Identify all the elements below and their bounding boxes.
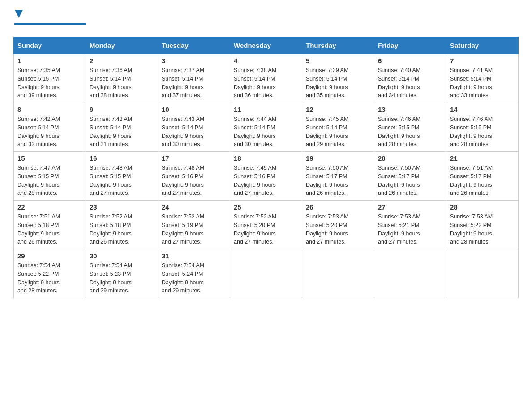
day-info: Sunrise: 7:47 AM Sunset: 5:15 PM Dayligh… (17, 164, 82, 197)
calendar-cell: 15 Sunrise: 7:47 AM Sunset: 5:15 PM Dayl… (14, 152, 86, 201)
calendar-cell: 17 Sunrise: 7:48 AM Sunset: 5:16 PM Dayl… (158, 152, 230, 201)
day-info: Sunrise: 7:54 AM Sunset: 5:22 PM Dayligh… (17, 261, 82, 295)
day-info: Sunrise: 7:43 AM Sunset: 5:14 PM Dayligh… (90, 115, 154, 149)
day-number: 12 (306, 106, 370, 113)
day-info: Sunrise: 7:37 AM Sunset: 5:14 PM Dayligh… (162, 66, 226, 100)
day-number: 29 (17, 252, 82, 260)
header-sunday: Sunday (14, 37, 86, 54)
calendar-cell: 31 Sunrise: 7:54 AM Sunset: 5:24 PM Dayl… (158, 249, 230, 298)
day-number: 10 (162, 106, 226, 113)
calendar-cell: 19 Sunrise: 7:50 AM Sunset: 5:17 PM Dayl… (302, 152, 374, 201)
logo-blue-part (13, 9, 23, 20)
calendar-cell (302, 249, 374, 298)
logo-underline (14, 23, 86, 26)
day-number: 2 (90, 57, 154, 64)
day-number: 4 (234, 57, 298, 64)
calendar-cell: 22 Sunrise: 7:51 AM Sunset: 5:18 PM Dayl… (14, 201, 86, 249)
day-info: Sunrise: 7:38 AM Sunset: 5:14 PM Dayligh… (234, 66, 298, 100)
calendar-cell (446, 249, 519, 298)
calendar-cell: 26 Sunrise: 7:53 AM Sunset: 5:20 PM Dayl… (302, 201, 374, 249)
page-header (13, 9, 519, 28)
calendar-cell: 29 Sunrise: 7:54 AM Sunset: 5:22 PM Dayl… (14, 249, 86, 298)
calendar-cell: 11 Sunrise: 7:44 AM Sunset: 5:14 PM Dayl… (230, 103, 302, 152)
week-row-4: 22 Sunrise: 7:51 AM Sunset: 5:18 PM Dayl… (14, 201, 519, 249)
calendar-cell: 5 Sunrise: 7:39 AM Sunset: 5:14 PM Dayli… (302, 54, 374, 103)
calendar-cell: 14 Sunrise: 7:46 AM Sunset: 5:15 PM Dayl… (446, 103, 519, 152)
day-number: 21 (450, 154, 515, 162)
header-saturday: Saturday (446, 37, 519, 54)
day-number: 15 (17, 154, 82, 162)
calendar-cell: 20 Sunrise: 7:50 AM Sunset: 5:17 PM Dayl… (374, 152, 446, 201)
calendar-cell: 30 Sunrise: 7:54 AM Sunset: 5:23 PM Dayl… (86, 249, 158, 298)
calendar-cell: 4 Sunrise: 7:38 AM Sunset: 5:14 PM Dayli… (230, 54, 302, 103)
day-number: 25 (234, 203, 298, 211)
day-info: Sunrise: 7:44 AM Sunset: 5:14 PM Dayligh… (234, 115, 298, 149)
day-info: Sunrise: 7:53 AM Sunset: 5:21 PM Dayligh… (378, 213, 442, 246)
header-friday: Friday (374, 37, 446, 54)
day-number: 28 (450, 203, 515, 211)
week-row-3: 15 Sunrise: 7:47 AM Sunset: 5:15 PM Dayl… (14, 152, 519, 201)
calendar-cell (230, 249, 302, 298)
calendar-cell: 21 Sunrise: 7:51 AM Sunset: 5:17 PM Dayl… (446, 152, 519, 201)
calendar-table: Sunday Monday Tuesday Wednesday Thursday… (13, 37, 519, 298)
day-number: 19 (306, 154, 370, 162)
day-number: 20 (378, 154, 442, 162)
calendar-cell: 7 Sunrise: 7:41 AM Sunset: 5:14 PM Dayli… (446, 54, 519, 103)
calendar-cell: 3 Sunrise: 7:37 AM Sunset: 5:14 PM Dayli… (158, 54, 230, 103)
day-info: Sunrise: 7:50 AM Sunset: 5:17 PM Dayligh… (306, 164, 370, 197)
header-wednesday: Wednesday (230, 37, 302, 54)
day-number: 8 (17, 106, 82, 113)
day-number: 14 (450, 106, 515, 113)
day-number: 11 (234, 106, 298, 113)
day-number: 30 (90, 252, 154, 260)
day-info: Sunrise: 7:48 AM Sunset: 5:16 PM Dayligh… (162, 164, 226, 197)
header-row: Sunday Monday Tuesday Wednesday Thursday… (14, 37, 519, 54)
day-number: 13 (378, 106, 442, 113)
week-row-5: 29 Sunrise: 7:54 AM Sunset: 5:22 PM Dayl… (14, 249, 519, 298)
day-number: 5 (306, 57, 370, 64)
header-tuesday: Tuesday (158, 37, 230, 54)
day-info: Sunrise: 7:35 AM Sunset: 5:15 PM Dayligh… (17, 66, 82, 100)
day-info: Sunrise: 7:53 AM Sunset: 5:22 PM Dayligh… (450, 213, 515, 246)
calendar-cell: 18 Sunrise: 7:49 AM Sunset: 5:16 PM Dayl… (230, 152, 302, 201)
day-number: 26 (306, 203, 370, 211)
day-info: Sunrise: 7:49 AM Sunset: 5:16 PM Dayligh… (234, 164, 298, 197)
day-number: 31 (162, 252, 226, 260)
day-info: Sunrise: 7:39 AM Sunset: 5:14 PM Dayligh… (306, 66, 370, 100)
week-row-2: 8 Sunrise: 7:42 AM Sunset: 5:14 PM Dayli… (14, 103, 519, 152)
day-number: 27 (378, 203, 442, 211)
day-info: Sunrise: 7:54 AM Sunset: 5:24 PM Dayligh… (162, 261, 226, 295)
calendar-cell: 8 Sunrise: 7:42 AM Sunset: 5:14 PM Dayli… (14, 103, 86, 152)
week-row-1: 1 Sunrise: 7:35 AM Sunset: 5:15 PM Dayli… (14, 54, 519, 103)
calendar-cell: 1 Sunrise: 7:35 AM Sunset: 5:15 PM Dayli… (14, 54, 86, 103)
calendar-cell: 10 Sunrise: 7:43 AM Sunset: 5:14 PM Dayl… (158, 103, 230, 152)
day-info: Sunrise: 7:53 AM Sunset: 5:20 PM Dayligh… (306, 213, 370, 246)
calendar-cell: 25 Sunrise: 7:52 AM Sunset: 5:20 PM Dayl… (230, 201, 302, 249)
day-number: 6 (378, 57, 442, 64)
day-number: 9 (90, 106, 154, 113)
day-number: 23 (90, 203, 154, 211)
day-info: Sunrise: 7:52 AM Sunset: 5:19 PM Dayligh… (162, 213, 226, 246)
day-number: 22 (17, 203, 82, 211)
day-number: 1 (17, 57, 82, 64)
svg-rect-1 (14, 23, 86, 25)
logo-triangle-icon (15, 10, 23, 18)
calendar-cell: 12 Sunrise: 7:45 AM Sunset: 5:14 PM Dayl… (302, 103, 374, 152)
day-number: 17 (162, 154, 226, 162)
day-info: Sunrise: 7:43 AM Sunset: 5:14 PM Dayligh… (162, 115, 226, 149)
day-info: Sunrise: 7:45 AM Sunset: 5:14 PM Dayligh… (306, 115, 370, 149)
day-number: 7 (450, 57, 515, 64)
day-info: Sunrise: 7:41 AM Sunset: 5:14 PM Dayligh… (450, 66, 515, 100)
day-info: Sunrise: 7:52 AM Sunset: 5:18 PM Dayligh… (90, 213, 154, 246)
day-info: Sunrise: 7:51 AM Sunset: 5:18 PM Dayligh… (17, 213, 82, 246)
header-thursday: Thursday (302, 37, 374, 54)
day-number: 3 (162, 57, 226, 64)
day-number: 16 (90, 154, 154, 162)
day-info: Sunrise: 7:42 AM Sunset: 5:14 PM Dayligh… (17, 115, 82, 149)
day-info: Sunrise: 7:48 AM Sunset: 5:15 PM Dayligh… (90, 164, 154, 197)
calendar-cell (374, 249, 446, 298)
calendar-cell: 2 Sunrise: 7:36 AM Sunset: 5:14 PM Dayli… (86, 54, 158, 103)
calendar-cell: 13 Sunrise: 7:46 AM Sunset: 5:15 PM Dayl… (374, 103, 446, 152)
calendar-cell: 6 Sunrise: 7:40 AM Sunset: 5:14 PM Dayli… (374, 54, 446, 103)
day-info: Sunrise: 7:54 AM Sunset: 5:23 PM Dayligh… (90, 261, 154, 295)
